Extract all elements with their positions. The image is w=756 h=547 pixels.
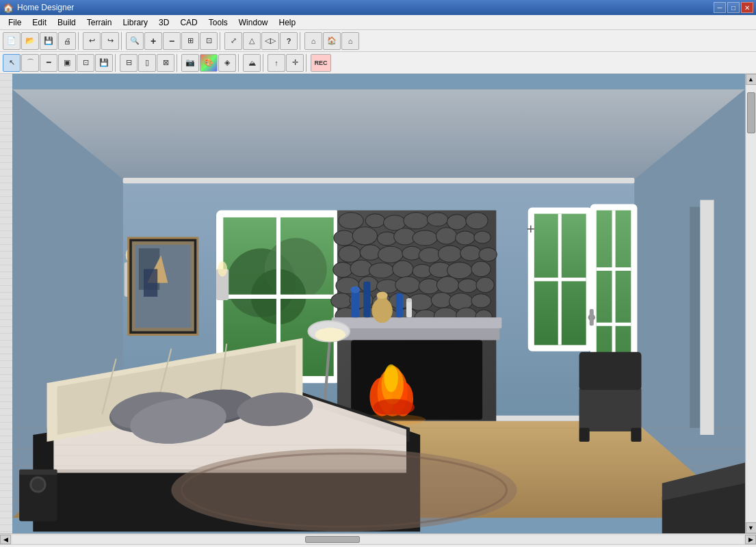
camera-button[interactable]: 📷 [181, 54, 199, 72]
zoom-out-button[interactable]: − [163, 32, 181, 50]
undo-button[interactable]: ↩ [83, 32, 101, 50]
svg-point-62 [395, 277, 420, 293]
svg-rect-83 [334, 328, 499, 340]
svg-point-33 [447, 215, 467, 230]
zoom-region-button[interactable]: ⊡ [200, 32, 218, 50]
open-button[interactable]: 📂 [21, 32, 39, 50]
door-button[interactable]: ▯ [138, 54, 156, 72]
viewport[interactable] [12, 74, 745, 533]
svg-rect-162 [700, 200, 714, 435]
svg-point-73 [449, 293, 473, 310]
redo-button[interactable]: ↪ [101, 32, 119, 50]
tilt-button[interactable]: ◁▷ [261, 32, 279, 50]
scroll-left-button[interactable]: ◀ [0, 535, 11, 544]
scroll-down-button[interactable]: ▼ [746, 522, 757, 533]
svg-point-58 [471, 261, 491, 276]
svg-point-57 [447, 262, 472, 278]
stairs-button[interactable]: ⊟ [120, 54, 138, 72]
material-button[interactable]: ◈ [218, 54, 236, 72]
select-button[interactable]: ↖ [3, 54, 21, 72]
svg-point-54 [393, 261, 413, 277]
window-button[interactable]: ⊠ [157, 54, 174, 72]
svg-rect-117 [631, 428, 641, 442]
sep5 [115, 54, 118, 72]
sep7 [238, 54, 241, 72]
save-button[interactable]: 💾 [40, 32, 57, 50]
svg-point-63 [419, 279, 439, 294]
menu-terrain[interactable]: Terrain [81, 16, 118, 29]
menu-tools[interactable]: Tools [203, 16, 233, 29]
svg-rect-164 [590, 309, 594, 325]
svg-rect-152 [19, 469, 57, 475]
sep6 [177, 54, 179, 72]
room-scene [12, 74, 745, 533]
svg-point-31 [404, 213, 428, 229]
menu-help[interactable]: Help [273, 16, 301, 29]
paint-button[interactable]: 🎨 [200, 54, 218, 72]
move-button[interactable]: ✛ [286, 54, 304, 72]
svg-rect-85 [351, 290, 359, 317]
help-button[interactable]: ? [280, 32, 298, 50]
scroll-right-button[interactable]: ▶ [745, 535, 756, 544]
menu-cad[interactable]: CAD [174, 16, 203, 29]
house1-button[interactable]: ⌂ [304, 32, 322, 50]
svg-marker-0 [12, 90, 745, 179]
scroll-thumb[interactable] [747, 92, 755, 133]
toolbar1: 📄 📂 💾 🖨 ↩ ↪ 🔍 + − ⊞ ⊡ ⤢ △ ◁▷ ? ⌂ 🏠 ⌂ [0, 30, 756, 52]
svg-point-100 [373, 399, 415, 415]
svg-point-36 [352, 227, 377, 245]
right-scrollbar[interactable]: ▲ ▼ [745, 74, 756, 533]
terrain-tool-button[interactable]: ⛰ [243, 54, 261, 72]
pan-button[interactable]: ⤢ [224, 32, 242, 50]
svg-rect-91 [396, 293, 403, 317]
svg-point-49 [460, 245, 481, 261]
new-button[interactable]: 📄 [3, 32, 21, 50]
sep1 [78, 32, 81, 50]
svg-point-30 [384, 215, 406, 230]
hscroll-track[interactable] [12, 535, 744, 544]
cabinet-button[interactable]: ⊡ [77, 54, 94, 72]
menu-file[interactable]: File [3, 16, 27, 29]
svg-point-47 [419, 248, 441, 263]
svg-rect-161 [690, 207, 700, 428]
scroll-track[interactable] [746, 85, 756, 522]
zoom-realtime-button[interactable]: 🔍 [126, 32, 144, 50]
menu-3d[interactable]: 3D [153, 16, 174, 29]
zoom-in-button[interactable]: + [144, 32, 162, 50]
title-bar-controls[interactable]: ─ □ ✕ [714, 2, 753, 13]
hscroll-thumb[interactable] [305, 536, 360, 543]
maximize-button[interactable]: □ [727, 2, 740, 13]
wall-button[interactable]: ━ [40, 54, 57, 72]
menu-build[interactable]: Build [52, 16, 81, 29]
close-button[interactable]: ✕ [741, 2, 753, 13]
up-button[interactable]: △ [243, 32, 261, 50]
zoom-fit-button[interactable]: ⊞ [181, 32, 199, 50]
house2-button[interactable]: 🏠 [323, 32, 341, 50]
sep9 [306, 54, 309, 72]
status-bar [0, 544, 756, 547]
svg-rect-87 [363, 282, 370, 318]
svg-point-72 [431, 293, 452, 308]
menu-edit[interactable]: Edit [27, 16, 52, 29]
svg-point-46 [402, 246, 421, 260]
svg-point-67 [331, 293, 352, 308]
svg-point-65 [458, 279, 478, 293]
svg-point-86 [350, 286, 360, 293]
minimize-button[interactable]: ─ [714, 2, 726, 13]
spline-button[interactable]: ⌒ [21, 54, 39, 72]
bottom-scrollbar[interactable]: ◀ ▶ [0, 533, 756, 544]
svg-point-43 [339, 245, 361, 262]
svg-point-74 [471, 294, 491, 308]
arrow-up-button[interactable]: ↑ [268, 54, 285, 72]
menu-library[interactable]: Library [117, 16, 153, 29]
svg-rect-17 [123, 178, 635, 183]
house3-button[interactable]: ⌂ [341, 32, 359, 50]
print-button[interactable]: 🖨 [58, 32, 76, 50]
room-button[interactable]: ▣ [58, 54, 76, 72]
scroll-up-button[interactable]: ▲ [746, 74, 757, 85]
rec-button[interactable]: REC [311, 54, 331, 72]
save2-button[interactable]: 💾 [95, 54, 113, 72]
svg-rect-128 [144, 269, 157, 296]
menu-window[interactable]: Window [233, 16, 274, 29]
toolbar2: ↖ ⌒ ━ ▣ ⊡ 💾 ⊟ ▯ ⊠ 📷 🎨 ◈ ⛰ ↑ ✛ REC [0, 52, 756, 74]
